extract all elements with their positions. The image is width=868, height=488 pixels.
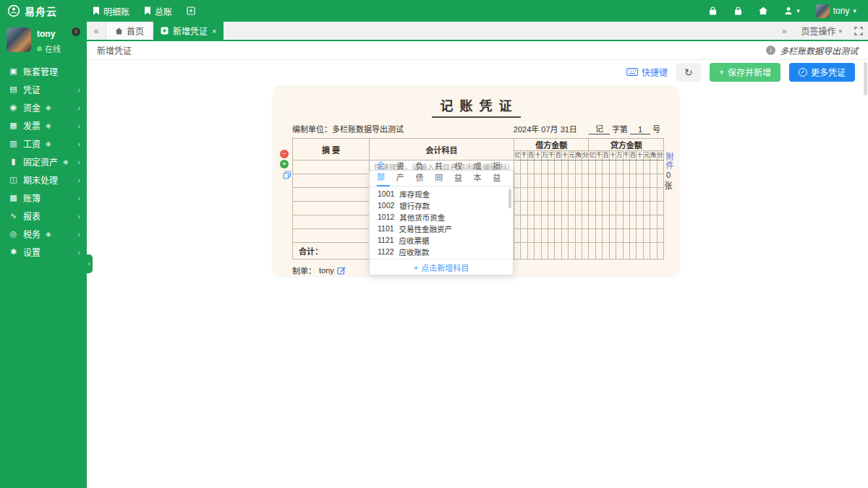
amount-cell[interactable] — [555, 215, 561, 229]
amount-cell[interactable] — [527, 174, 534, 188]
amount-cell[interactable] — [595, 174, 602, 188]
amount-cell[interactable] — [569, 202, 575, 215]
save-and-new-button[interactable]: + 保存并新增 — [710, 63, 780, 82]
amount-cell[interactable] — [548, 188, 555, 202]
amount-cell[interactable] — [623, 202, 629, 215]
account-option[interactable]: 1012其他货币资金 — [370, 211, 513, 223]
tab-profit-loss[interactable]: 损益 — [493, 160, 506, 186]
amount-cell[interactable] — [548, 215, 555, 229]
amount-cell[interactable] — [609, 160, 616, 174]
amount-cell[interactable] — [629, 215, 636, 229]
nav-item-general-ledger[interactable]: 总账 — [144, 5, 172, 17]
page-scrollbar[interactable] — [864, 62, 867, 95]
amount-cell[interactable] — [575, 188, 582, 202]
amount-cell[interactable] — [514, 174, 521, 188]
amount-cell[interactable] — [514, 160, 521, 174]
sidebar-item-reports[interactable]: ∿ 报表 › — [0, 207, 87, 225]
sidebar-item-tax[interactable]: ◎ 税务 ◈ › — [0, 225, 87, 243]
tab-cost[interactable]: 成本 — [474, 160, 487, 186]
amount-cell[interactable] — [603, 215, 609, 229]
amount-cell[interactable] — [575, 174, 582, 188]
amount-cell[interactable] — [582, 215, 589, 229]
amount-cell[interactable] — [595, 160, 602, 174]
amount-cell[interactable] — [589, 174, 595, 188]
amount-cell[interactable] — [589, 215, 595, 229]
amount-cell[interactable] — [514, 202, 521, 215]
service-button[interactable] — [733, 7, 743, 16]
amount-cell[interactable] — [650, 202, 657, 215]
amount-cell[interactable] — [589, 202, 595, 215]
attachment-link[interactable]: 附件 — [663, 153, 674, 170]
amount-cell[interactable] — [629, 202, 636, 215]
user-menu-button[interactable]: ▾ — [784, 7, 800, 15]
amount-cell[interactable] — [535, 160, 541, 174]
amount-cell[interactable] — [595, 202, 602, 215]
amount-cell[interactable] — [575, 202, 582, 215]
amount-cell[interactable] — [541, 160, 548, 174]
amount-cell[interactable] — [561, 215, 568, 229]
amount-cell[interactable] — [643, 202, 650, 215]
account-option[interactable]: 1001库存现金 — [370, 188, 513, 200]
amount-cell[interactable] — [589, 188, 595, 202]
amount-cell[interactable] — [582, 174, 589, 188]
sidebar-item-payroll[interactable]: ▥ 工资 ◈ › — [0, 134, 87, 153]
amount-cell[interactable] — [609, 229, 616, 243]
amount-cell[interactable] — [595, 229, 602, 243]
tabs-scroll-left-button[interactable]: « — [87, 22, 106, 40]
amount-cell[interactable] — [514, 188, 521, 202]
amount-cell[interactable] — [629, 174, 636, 188]
amount-cell[interactable] — [616, 174, 623, 188]
fullscreen-button[interactable] — [849, 27, 868, 35]
tab-home[interactable]: 首页 — [106, 22, 153, 40]
amount-cell[interactable] — [616, 188, 623, 202]
amount-cell[interactable] — [527, 202, 534, 215]
amount-cell[interactable] — [535, 202, 541, 215]
amount-cell[interactable] — [527, 160, 534, 174]
amount-cell[interactable] — [561, 174, 568, 188]
amount-cell[interactable] — [609, 174, 616, 188]
tab-assets[interactable]: 资产 — [396, 160, 409, 186]
copy-row-button[interactable] — [283, 171, 292, 179]
amount-cell[interactable] — [616, 215, 623, 229]
sidebar-item-fixed-assets[interactable]: ▮ 固定资产 ◈ › — [0, 153, 87, 171]
amount-cell[interactable] — [589, 229, 595, 243]
nav-add-menu-button[interactable] — [187, 7, 195, 15]
amount-cell[interactable] — [629, 160, 636, 174]
amount-cell[interactable] — [569, 174, 575, 188]
amount-cell[interactable] — [643, 174, 650, 188]
amount-cell[interactable] — [603, 174, 609, 188]
amount-cell[interactable] — [514, 229, 521, 243]
amount-cell[interactable] — [569, 215, 575, 229]
summary-cell[interactable] — [293, 174, 370, 188]
tabs-scroll-right-button[interactable]: » — [775, 26, 793, 36]
amount-cell[interactable] — [561, 202, 568, 215]
amount-cell[interactable] — [555, 202, 561, 215]
amount-cell[interactable] — [629, 188, 636, 202]
amount-cell[interactable] — [541, 188, 548, 202]
amount-cell[interactable] — [657, 229, 663, 243]
amount-cell[interactable] — [575, 160, 582, 174]
amount-cell[interactable] — [650, 174, 657, 188]
amount-cell[interactable] — [541, 202, 548, 215]
amount-cell[interactable] — [650, 188, 657, 202]
sidebar-item-invoice[interactable]: ▦ 发票 ◈ › — [0, 116, 87, 134]
amount-cell[interactable] — [575, 229, 582, 243]
amount-cell[interactable] — [637, 174, 643, 188]
sidebar-item-ledgers[interactable]: ▩ 账簿 › — [0, 189, 87, 207]
amount-cell[interactable] — [575, 215, 582, 229]
amount-cell[interactable] — [555, 174, 561, 188]
amount-cell[interactable] — [609, 202, 616, 215]
voucher-date-field[interactable]: 2024年 07月 31日 — [514, 123, 577, 134]
amount-cell[interactable] — [535, 229, 541, 243]
amount-cell[interactable] — [616, 202, 623, 215]
amount-cell[interactable] — [609, 188, 616, 202]
amount-cell[interactable] — [657, 215, 663, 229]
sidebar-item-funds[interactable]: ◉ 资金 ◈ › — [0, 98, 87, 116]
close-icon[interactable]: × — [212, 27, 216, 35]
amount-cell[interactable] — [643, 160, 650, 174]
summary-cell[interactable] — [293, 229, 370, 243]
amount-cell[interactable] — [535, 188, 541, 202]
voucher-word-field[interactable]: 记 — [589, 122, 610, 134]
amount-cell[interactable] — [535, 215, 541, 229]
amount-cell[interactable] — [548, 174, 555, 188]
